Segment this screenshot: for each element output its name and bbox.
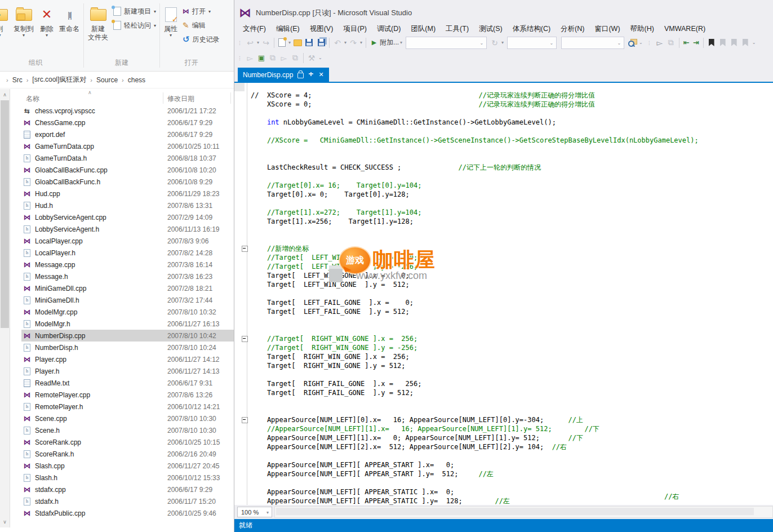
file-row[interactable]: ⋈Slash.cpp2006/11/27 20:45: [21, 460, 234, 472]
pin-icon[interactable]: [308, 72, 314, 78]
file-row[interactable]: hstdafx.h2006/11/7 15:20: [21, 495, 234, 507]
next-bookmark-icon[interactable]: [731, 39, 737, 46]
menu-item[interactable]: VMWARE(R): [659, 23, 710, 34]
file-row[interactable]: ⋈ChessGame.cpp2006/6/17 9:29: [21, 117, 234, 128]
file-row[interactable]: hScene.h2007/8/10 10:30: [21, 424, 234, 436]
solution-configurations-combobox[interactable]: ⌄: [406, 37, 487, 49]
open-file-icon[interactable]: [294, 39, 302, 46]
file-row[interactable]: hModelMgr.h2006/11/27 16:13: [21, 318, 234, 330]
file-row[interactable]: hMessage.h2007/3/8 16:23: [21, 271, 234, 282]
scrollbar-thumb[interactable]: [1, 100, 9, 328]
wrench-icon[interactable]: ⚒: [306, 54, 317, 63]
scroll-up-icon[interactable]: ∧: [0, 92, 10, 97]
caret-down-icon[interactable]: ▾: [288, 40, 291, 45]
navigate-back-icon[interactable]: ↩: [245, 38, 255, 47]
file-row[interactable]: ⋈ModelMgr.cpp2007/8/10 10:32: [21, 306, 234, 318]
new-file-icon[interactable]: [278, 38, 286, 47]
rename-button[interactable]: |I| 重命名: [56, 2, 82, 33]
menu-item[interactable]: 帮助(H): [625, 23, 659, 36]
menu-item[interactable]: 体系结构(C): [508, 23, 556, 36]
file-row[interactable]: hPlayer.h2006/11/27 14:13: [21, 365, 234, 377]
indent-decrease-icon[interactable]: ⇤: [683, 38, 690, 47]
file-row[interactable]: ⋈LobbyServiceAgent.cpp2007/2/9 14:09: [21, 211, 234, 223]
file-row[interactable]: hHud.h2007/8/6 13:31: [21, 200, 234, 211]
file-row[interactable]: hSlash.h2006/10/12 15:33: [21, 472, 234, 484]
file-row[interactable]: ⋈Player.cpp2006/11/27 14:12: [21, 353, 234, 365]
breadcrumb-item[interactable]: Source: [96, 76, 118, 84]
find-in-files-icon[interactable]: [628, 38, 637, 47]
file-row[interactable]: hGloabCallBackFunc.h2006/10/8 9:29: [21, 176, 234, 188]
attach-process-icon[interactable]: ▣: [256, 54, 266, 62]
redo-icon[interactable]: ↷: [348, 38, 358, 47]
delete-button[interactable]: ✕ 删除 ▾: [37, 2, 56, 37]
new-folder-button[interactable]: 新建 文件夹: [85, 2, 111, 42]
save-icon[interactable]: [305, 39, 313, 46]
fold-collapse-icon[interactable]: [242, 246, 248, 252]
refresh-icon[interactable]: ↻: [490, 38, 500, 47]
undo-icon[interactable]: ↶: [332, 38, 343, 47]
chevron-down-icon[interactable]: ⌄: [752, 40, 756, 45]
file-row[interactable]: hScoreRank.h2006/2/16 20:49: [21, 448, 234, 460]
file-row[interactable]: ⋈GloabCallBackFunc.cpp2006/10/8 10:20: [21, 164, 234, 176]
column-header-name[interactable]: 名称: [26, 94, 39, 104]
file-row[interactable]: ⋈MiniGameDll.cpp2007/2/8 18:21: [21, 282, 234, 294]
easy-access-button[interactable]: 轻松访问 ▾: [111, 20, 158, 31]
caret-down-icon[interactable]: ▾: [257, 40, 259, 45]
breadcrumb-item[interactable]: chess: [128, 76, 145, 84]
menu-item[interactable]: 团队(M): [406, 23, 441, 36]
step-over-icon[interactable]: ⧉: [268, 53, 278, 63]
file-row[interactable]: ⋈Hud.cpp2006/11/29 18:23: [21, 188, 234, 200]
scroll-down-icon[interactable]: ∨: [0, 519, 10, 525]
breadcrumb-item[interactable]: [src.cool]疯狂派对: [32, 75, 86, 85]
menu-item[interactable]: 编辑(E): [271, 23, 305, 36]
menu-item[interactable]: 窗口(W): [589, 23, 625, 36]
code-editor[interactable]: // XScore = 4; //记录玩家连续判断正确的得分增比值 XScore…: [234, 83, 773, 505]
step-into-icon[interactable]: ▻: [245, 54, 255, 63]
file-row[interactable]: ⋈RemotePlayer.cpp2007/8/6 13:26: [21, 389, 234, 401]
caret-down-icon[interactable]: ▾: [360, 40, 362, 45]
file-row[interactable]: ⋈GameTurnData.cpp2006/10/25 10:11: [21, 140, 234, 152]
file-row[interactable]: hMiniGameDll.h2007/3/2 17:44: [21, 294, 234, 306]
indent-increase-icon[interactable]: ⇥: [693, 38, 699, 47]
scrollbar-thumb[interactable]: [276, 508, 754, 515]
menu-item[interactable]: 测试(S): [474, 23, 508, 36]
file-row[interactable]: ⋈LocalPlayer.cpp2007/8/3 9:06: [21, 235, 234, 247]
clear-bookmarks-icon[interactable]: [743, 39, 748, 46]
tab-numberdisp-cpp[interactable]: NumberDisp.cpp ✕: [238, 68, 329, 82]
platform-combobox[interactable]: ⌄: [507, 37, 557, 49]
copy-icon[interactable]: ⧉: [666, 38, 676, 47]
menu-item[interactable]: 视图(V): [305, 23, 339, 36]
edit-button[interactable]: ✎ 编辑: [180, 20, 222, 31]
chevron-down-icon[interactable]: ⌄: [639, 40, 643, 45]
file-row[interactable]: ⋈Message.cpp2007/3/8 16:14: [21, 259, 234, 271]
save-all-icon[interactable]: [318, 39, 325, 46]
file-row[interactable]: ⇆chess.vcproj.vspscc2006/1/21 17:22: [21, 105, 234, 117]
history-button[interactable]: ↺ 历史记录: [180, 34, 222, 45]
menu-item[interactable]: 分析(N): [556, 23, 589, 36]
file-row[interactable]: export.def2006/6/17 9:29: [21, 128, 234, 140]
menu-item[interactable]: 项目(P): [338, 23, 372, 36]
properties-button[interactable]: ✓ 属性 ▾: [161, 2, 180, 37]
breadcrumb[interactable]: ›Src›[src.cool]疯狂派对›Source›chess: [0, 72, 234, 88]
horizontal-scrollbar[interactable]: [274, 506, 773, 518]
file-row[interactable]: ⋈NumberDisp.cpp2007/8/10 10:42: [21, 330, 234, 342]
file-row[interactable]: hLocalPlayer.h2007/8/2 14:28: [21, 247, 234, 259]
caret-down-icon[interactable]: ▾: [344, 40, 346, 45]
chevron-down-icon[interactable]: ⌄: [318, 55, 322, 60]
menu-item[interactable]: 工具(T): [441, 23, 474, 36]
zoom-level-combobox[interactable]: 100 % ▾: [237, 507, 272, 517]
start-debug-icon[interactable]: ▶: [369, 39, 379, 46]
previous-bookmark-icon[interactable]: [720, 39, 726, 46]
nav-pane-scrollbar[interactable]: ∧ ∨: [0, 89, 10, 527]
new-item-button[interactable]: 新建项目 ▾: [111, 6, 158, 17]
toolbar-drag-handle[interactable]: ⋮: [237, 55, 243, 61]
fold-collapse-icon[interactable]: [242, 336, 248, 342]
file-row[interactable]: ⋈stdafx.cpp2006/6/17 9:29: [21, 484, 234, 495]
menu-item[interactable]: 调试(D): [372, 23, 406, 36]
file-row[interactable]: hRemotePlayer.h2006/10/12 14:21: [21, 401, 234, 413]
column-header-date[interactable]: 修改日期: [167, 94, 194, 104]
menu-item[interactable]: 文件(F): [238, 23, 271, 36]
file-row[interactable]: ⋈StdafxPublic.cpp2006/10/25 9:46: [21, 507, 234, 519]
close-icon[interactable]: ✕: [318, 71, 323, 78]
file-row[interactable]: ⋈ScoreRank.cpp2006/10/25 10:15: [21, 436, 234, 448]
